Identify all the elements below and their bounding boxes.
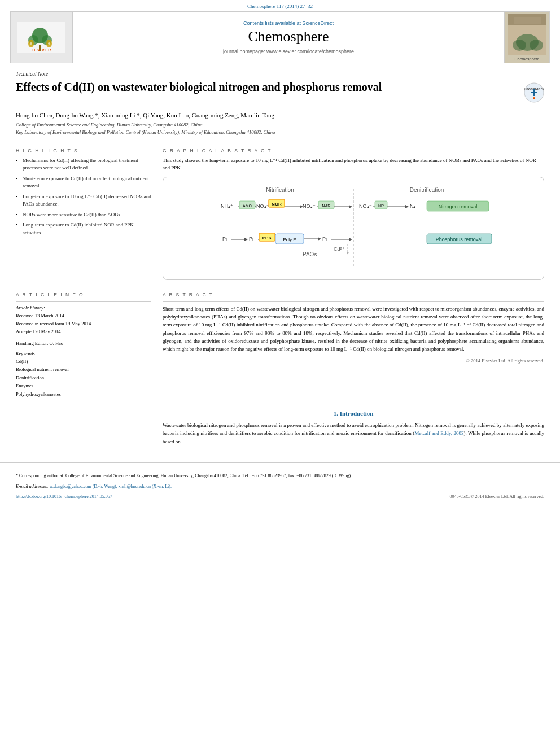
thumb-label: Chemosphere <box>515 57 540 61</box>
keyword-2: Biological nutrient removal <box>16 365 151 373</box>
accepted-date: Accepted 20 May 2014 <box>16 327 151 335</box>
header-center: Contents lists available at ScienceDirec… <box>73 12 504 63</box>
footer-issn: 0045-6535/© 2014 Elsevier Ltd. All right… <box>450 494 544 499</box>
article-type: Technical Note <box>16 71 544 77</box>
crossmark-badge[interactable]: CrossMark <box>524 80 544 106</box>
svg-point-8 <box>48 42 50 45</box>
svg-text:ELSEVIER: ELSEVIER <box>32 48 51 52</box>
article-content: Technical Note Effects of Cd(II) on wast… <box>0 63 560 453</box>
corresp-text: College of Environmental Science and Eng… <box>65 473 352 478</box>
affiliation-1: College of Environmental Science and Eng… <box>16 121 544 129</box>
article-info-column: A R T I C L E I N F O Article history: R… <box>16 292 151 399</box>
svg-text:Phosphorus removal: Phosphorus removal <box>436 237 483 242</box>
graphical-diagram: Nitrification Denitrification NH₄⁺ AMO N… <box>163 177 544 280</box>
svg-text:PAOs: PAOs <box>303 251 317 257</box>
authors: Hong-bo Chen, Dong-bo Wang *, Xiao-ming … <box>16 112 544 119</box>
svg-point-20 <box>533 97 535 99</box>
highlight-item-4: NOBs were more sensitive to Cd(II) than … <box>16 211 151 219</box>
title-divider <box>16 142 544 142</box>
svg-text:NO₂⁻: NO₂⁻ <box>256 203 269 209</box>
keywords-list: Cd(II) Biological nutrient removal Denit… <box>16 357 151 398</box>
highlights-graphical-section: H I G H L I G H T S Mechanisms for Cd(II… <box>16 148 544 280</box>
affiliation-2: Key Laboratory of Environmental Biology … <box>16 129 544 136</box>
svg-text:Nitrogen removal: Nitrogen removal <box>439 204 478 209</box>
thumb-cover-icon <box>508 14 546 55</box>
abstract-text: Short-term and long-term effects of Cd(I… <box>163 305 544 353</box>
keywords-label: Keywords: <box>16 351 151 356</box>
intro-number: 1. <box>334 410 338 417</box>
keyword-3: Denitrification <box>16 374 151 382</box>
article-history-label: Article history: <box>16 305 151 311</box>
received-date: Received 13 March 2014 <box>16 312 151 320</box>
highlights-heading: H I G H L I G H T S <box>16 148 151 154</box>
affiliations: College of Environmental Science and Eng… <box>16 121 544 136</box>
highlights-column: H I G H L I G H T S Mechanisms for Cd(II… <box>16 148 151 280</box>
footer-doi-text: http://dx.doi.org/10.1016/j.chemosphere.… <box>16 494 112 499</box>
intro-heading: Introduction <box>340 410 374 417</box>
svg-text:NO₂⁻: NO₂⁻ <box>359 203 372 209</box>
journal-thumbnail: Chemosphere <box>504 12 549 63</box>
article-info-heading: A R T I C L E I N F O <box>16 292 151 298</box>
sciencedirect-link-text[interactable]: ScienceDirect <box>303 20 334 26</box>
email-label: E-mail addresses: <box>16 484 49 489</box>
keyword-1: Cd(II) <box>16 357 151 365</box>
svg-text:AMO: AMO <box>243 204 252 208</box>
highlight-item-1: Mechanisms for Cd(II) affecting the biol… <box>16 157 151 172</box>
journal-citation: Chemosphere 117 (2014) 27–32 <box>247 3 313 9</box>
svg-text:N₂: N₂ <box>410 203 416 209</box>
footer-emails: E-mail addresses: w.dongbo@yahoo.com (D.… <box>16 483 544 491</box>
graphical-abstract-heading: G R A P H I C A L A B S T R A C T <box>163 148 544 154</box>
handling-editor-name: O. Hao <box>50 340 64 346</box>
footer-bottom: http://dx.doi.org/10.1016/j.chemosphere.… <box>16 494 544 499</box>
thumb-image <box>508 14 546 55</box>
highlight-item-3: Long-term exposure to 10 mg L⁻¹ Cd (II) … <box>16 193 151 208</box>
intro-right-content: 1. Introduction Wastewater biological ni… <box>163 410 544 445</box>
intro-citation-link[interactable]: Metcalf and Eddy, 2003 <box>414 430 463 436</box>
introduction-section: 1. Introduction Wastewater biological ni… <box>16 410 544 445</box>
svg-text:Denitrification: Denitrification <box>410 187 444 193</box>
svg-text:NR: NR <box>378 204 384 208</box>
article-title-container: Effects of Cd(II) on wastewater biologic… <box>16 80 544 106</box>
svg-text:NOR: NOR <box>272 202 282 207</box>
journal-title: Chemosphere <box>248 28 329 45</box>
highlight-item-5: Long-term exposure to Cd(II) inhibited N… <box>16 221 151 237</box>
footer-corresp: * Corresponding author at: College of En… <box>16 473 544 480</box>
handling-editor: Handling Editor: O. Hao <box>16 340 151 346</box>
abstract-heading: A B S T R A C T <box>163 292 544 298</box>
journal-header: ELSEVIER Contents lists available at Sci… <box>10 11 550 63</box>
svg-text:Poly P: Poly P <box>283 237 296 242</box>
svg-text:NH₄⁺: NH₄⁺ <box>221 203 233 209</box>
svg-text:Cd²⁺: Cd²⁺ <box>334 246 345 252</box>
article-title: Effects of Cd(II) on wastewater biologic… <box>16 80 524 94</box>
intro-left-space <box>16 410 151 445</box>
svg-text:NAR: NAR <box>322 204 331 208</box>
email-addresses[interactable]: w.dongbo@yahoo.com (D.-h. Wang), xmli@hn… <box>50 484 172 489</box>
highlights-list: Mechanisms for Cd(II) affecting the biol… <box>16 157 151 237</box>
svg-text:NO₃⁻: NO₃⁻ <box>303 203 316 209</box>
svg-rect-15 <box>514 17 541 24</box>
svg-text:Pi: Pi <box>249 236 253 242</box>
article-info-abstract-section: A R T I C L E I N F O Article history: R… <box>16 292 544 399</box>
revised-date: Received in revised form 19 May 2014 <box>16 320 151 327</box>
svg-text:Nitrification: Nitrification <box>266 187 294 193</box>
sciencedirect-label: Contents lists available at ScienceDirec… <box>243 20 334 26</box>
keywords-section: Keywords: Cd(II) Biological nutrient rem… <box>16 351 151 398</box>
diagram-svg: Nitrification Denitrification NH₄⁺ AMO N… <box>170 184 537 272</box>
elsevier-logo-container: ELSEVIER <box>11 12 73 63</box>
page-footer: * Corresponding author at: College of En… <box>0 462 560 505</box>
abstract-divider <box>16 404 544 404</box>
elsevier-logo-icon: ELSEVIER <box>18 22 65 53</box>
keyword-5: Polyhydroxyalkanoates <box>16 390 151 398</box>
abstract-column: A B S T R A C T Short-term and long-term… <box>163 292 544 399</box>
intro-text: Wastewater biological nitrogen and phosp… <box>163 421 544 445</box>
svg-text:PPK: PPK <box>262 235 272 241</box>
journal-homepage: journal homepage: www.elsevier.com/locat… <box>223 49 354 54</box>
doi-top[interactable]: Chemosphere 117 (2014) 27–32 <box>0 0 560 11</box>
keyword-4: Enzymes <box>16 382 151 390</box>
footer-doi-link[interactable]: http://dx.doi.org/10.1016/j.chemosphere.… <box>16 494 112 499</box>
page: Chemosphere 117 (2014) 27–32 <box>0 0 560 747</box>
article-history-dates: Received 13 March 2014 Received in revis… <box>16 312 151 336</box>
graphical-abstract-text: This study showed the long-term exposure… <box>163 157 544 172</box>
copyright: © 2014 Elsevier Ltd. All rights reserved… <box>163 358 544 364</box>
svg-point-13 <box>513 40 526 51</box>
